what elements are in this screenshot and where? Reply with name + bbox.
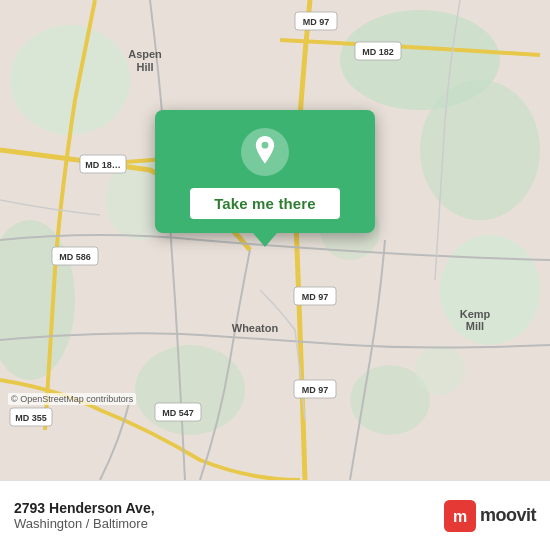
moovit-logo: m moovit [444, 500, 536, 532]
svg-text:m: m [453, 508, 467, 525]
city-line: Washington / Baltimore [14, 516, 155, 531]
svg-point-10 [415, 345, 465, 395]
location-pin-icon [251, 136, 279, 168]
svg-point-6 [135, 345, 245, 435]
svg-text:Wheaton: Wheaton [232, 322, 279, 334]
svg-text:Kemp: Kemp [460, 308, 491, 320]
svg-text:MD 18…: MD 18… [85, 160, 121, 170]
map-attribution: © OpenStreetMap contributors [8, 393, 136, 405]
svg-point-5 [10, 25, 130, 135]
address-section: 2793 Henderson Ave, Washington / Baltimo… [14, 500, 155, 531]
svg-text:Hill: Hill [136, 61, 153, 73]
svg-text:Mill: Mill [466, 320, 484, 332]
svg-text:MD 586: MD 586 [59, 252, 91, 262]
address-line: 2793 Henderson Ave, [14, 500, 155, 516]
svg-text:MD 97: MD 97 [302, 385, 329, 395]
svg-text:MD 547: MD 547 [162, 408, 194, 418]
svg-text:MD 97: MD 97 [303, 17, 330, 27]
svg-text:MD 97: MD 97 [302, 292, 329, 302]
location-icon-circle [241, 128, 289, 176]
moovit-text: moovit [480, 505, 536, 526]
take-me-there-button[interactable]: Take me there [190, 188, 340, 219]
svg-point-3 [440, 235, 540, 345]
location-popup: Take me there [155, 110, 375, 233]
bottom-bar: 2793 Henderson Ave, Washington / Baltimo… [0, 480, 550, 550]
map-container: MD 97 MD 182 MD 18… MD 586 MD 97 MD 97 M… [0, 0, 550, 480]
moovit-icon: m [444, 500, 476, 532]
svg-point-2 [420, 80, 540, 220]
svg-text:MD 355: MD 355 [15, 413, 47, 423]
svg-text:MD 182: MD 182 [362, 47, 394, 57]
svg-text:Aspen: Aspen [128, 48, 162, 60]
